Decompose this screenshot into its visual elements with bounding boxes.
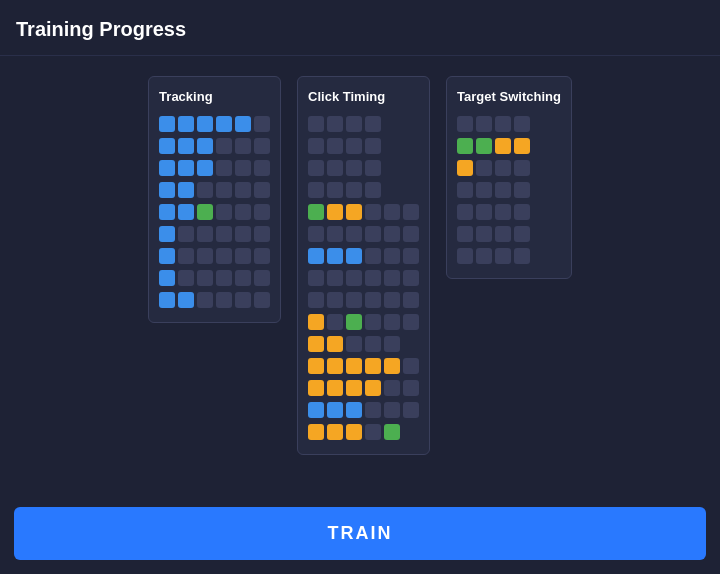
cell-empty bbox=[346, 182, 362, 198]
cell-blue bbox=[197, 138, 213, 154]
cell-empty bbox=[308, 138, 324, 154]
grid-row bbox=[308, 182, 419, 198]
cell-empty bbox=[216, 226, 232, 242]
grid-row bbox=[308, 138, 419, 154]
cell-empty bbox=[346, 292, 362, 308]
cell-blue bbox=[159, 116, 175, 132]
cell-blue bbox=[178, 160, 194, 176]
cell-empty bbox=[254, 204, 270, 220]
grid-row bbox=[159, 226, 270, 242]
cell-blue bbox=[159, 270, 175, 286]
cell-blue bbox=[178, 182, 194, 198]
cell-empty bbox=[384, 402, 400, 418]
cell-empty bbox=[495, 160, 511, 176]
cell-empty bbox=[476, 204, 492, 220]
cell-blue bbox=[346, 248, 362, 264]
cell-orange bbox=[346, 380, 362, 396]
cell-blue bbox=[178, 292, 194, 308]
cell-empty bbox=[514, 182, 530, 198]
cell-blue bbox=[197, 116, 213, 132]
cell-empty bbox=[254, 160, 270, 176]
cell-empty bbox=[308, 226, 324, 242]
grid-row bbox=[159, 116, 270, 132]
cell-empty bbox=[365, 402, 381, 418]
cell-empty bbox=[216, 204, 232, 220]
panel-title-click-timing: Click Timing bbox=[308, 89, 419, 104]
grid-row bbox=[159, 160, 270, 176]
cell-empty bbox=[235, 204, 251, 220]
cell-blue bbox=[159, 182, 175, 198]
cell-empty bbox=[403, 292, 419, 308]
cell-blue bbox=[159, 204, 175, 220]
cell-green bbox=[457, 138, 473, 154]
cell-empty bbox=[365, 270, 381, 286]
cell-orange bbox=[384, 358, 400, 374]
cell-empty bbox=[476, 116, 492, 132]
cell-empty bbox=[327, 226, 343, 242]
cell-empty bbox=[216, 138, 232, 154]
cell-blue bbox=[197, 160, 213, 176]
cell-orange bbox=[308, 358, 324, 374]
cell-empty bbox=[346, 226, 362, 242]
cell-blue bbox=[159, 160, 175, 176]
cell-empty bbox=[476, 248, 492, 264]
cell-blue bbox=[159, 226, 175, 242]
cell-empty bbox=[178, 226, 194, 242]
train-button[interactable]: TRAIN bbox=[14, 507, 706, 560]
cell-orange bbox=[327, 336, 343, 352]
cell-empty bbox=[216, 182, 232, 198]
cell-empty bbox=[495, 248, 511, 264]
cell-empty bbox=[365, 314, 381, 330]
cell-empty bbox=[327, 160, 343, 176]
cell-empty bbox=[254, 248, 270, 264]
cell-empty bbox=[384, 270, 400, 286]
grid-row bbox=[308, 292, 419, 308]
cell-empty bbox=[384, 380, 400, 396]
cell-empty bbox=[254, 182, 270, 198]
cell-empty bbox=[235, 138, 251, 154]
cell-empty bbox=[403, 380, 419, 396]
cell-empty bbox=[235, 292, 251, 308]
cell-empty bbox=[384, 336, 400, 352]
cell-blue bbox=[327, 248, 343, 264]
cell-empty bbox=[384, 314, 400, 330]
cell-orange bbox=[308, 380, 324, 396]
cell-blue bbox=[308, 248, 324, 264]
cell-empty bbox=[346, 160, 362, 176]
cell-empty bbox=[365, 138, 381, 154]
cell-empty bbox=[346, 116, 362, 132]
cell-empty bbox=[308, 292, 324, 308]
cell-empty bbox=[514, 248, 530, 264]
cell-empty bbox=[327, 138, 343, 154]
cell-empty bbox=[365, 248, 381, 264]
cell-blue bbox=[327, 402, 343, 418]
grid-row bbox=[308, 160, 419, 176]
grid-row bbox=[308, 204, 419, 220]
cell-empty bbox=[365, 182, 381, 198]
cell-blue bbox=[159, 248, 175, 264]
cell-empty bbox=[235, 226, 251, 242]
cell-empty bbox=[476, 226, 492, 242]
cell-empty bbox=[403, 314, 419, 330]
cell-orange bbox=[346, 424, 362, 440]
cell-empty bbox=[403, 204, 419, 220]
cell-empty bbox=[197, 248, 213, 264]
grid-row bbox=[308, 336, 419, 352]
cell-blue bbox=[159, 138, 175, 154]
cell-empty bbox=[384, 204, 400, 220]
cell-empty bbox=[514, 160, 530, 176]
cell-empty bbox=[365, 424, 381, 440]
cell-empty bbox=[235, 270, 251, 286]
cell-empty bbox=[365, 336, 381, 352]
panel-title-tracking: Tracking bbox=[159, 89, 270, 104]
cell-green bbox=[346, 314, 362, 330]
cell-empty bbox=[346, 336, 362, 352]
cell-empty bbox=[216, 160, 232, 176]
cell-empty bbox=[235, 160, 251, 176]
cell-empty bbox=[514, 116, 530, 132]
grid-row bbox=[457, 226, 561, 242]
panel-tracking: Tracking bbox=[148, 76, 281, 323]
cell-orange bbox=[308, 424, 324, 440]
cell-empty bbox=[197, 226, 213, 242]
cell-empty bbox=[403, 402, 419, 418]
